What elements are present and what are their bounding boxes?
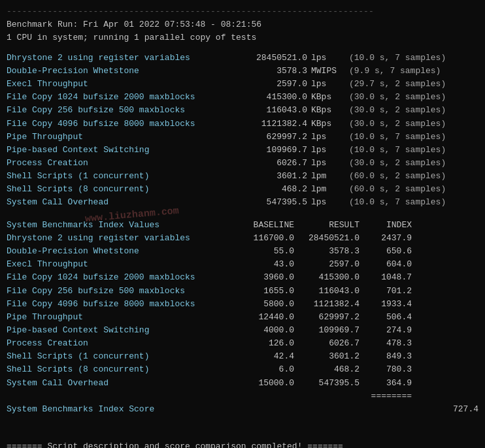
index-row-result: 6026.7 bbox=[294, 337, 360, 350]
index-row: File Copy 4096 bufsize 8000 maxblocks580… bbox=[7, 298, 478, 311]
bench-unit: lps bbox=[307, 78, 346, 91]
bench-name: Shell Scripts (1 concurrent) bbox=[7, 170, 229, 183]
bench-value: 109969.7 bbox=[229, 144, 307, 157]
bench-unit: lps bbox=[307, 144, 346, 157]
index-row: Pipe-based Context Switching4000.0109969… bbox=[7, 324, 478, 337]
benchmark-row: Process Creation6026.7lps(30.0 s, 2 samp… bbox=[7, 157, 478, 170]
bench-unit: lps bbox=[307, 131, 346, 144]
index-row: Shell Scripts (1 concurrent)42.43601.284… bbox=[7, 350, 478, 363]
benchmark-row: System Call Overhead547395.5lps(10.0 s, … bbox=[7, 196, 478, 209]
bench-name: Pipe-based Context Switching bbox=[7, 144, 229, 157]
index-row-baseline: 5800.0 bbox=[229, 298, 294, 311]
index-row-baseline: 12440.0 bbox=[229, 311, 294, 324]
index-row-result: 109969.7 bbox=[294, 324, 360, 337]
bench-name: Shell Scripts (8 concurrent) bbox=[7, 183, 229, 196]
score-row: System Benchmarks Index Score 727.4 bbox=[7, 403, 478, 416]
benchmark-row: Pipe-based Context Switching109969.7lps(… bbox=[7, 144, 478, 157]
bench-info: (60.0 s, 2 samples) bbox=[346, 170, 446, 183]
bench-unit: KBps bbox=[307, 118, 346, 131]
benchmark-row: Shell Scripts (1 concurrent)3601.2lpm(60… bbox=[7, 170, 478, 183]
index-header-row: System Benchmarks Index Values BASELINE … bbox=[7, 219, 478, 232]
bench-info: (9.9 s, 7 samples) bbox=[346, 65, 441, 78]
bench-info: (10.0 s, 7 samples) bbox=[346, 144, 446, 157]
index-row-name: Double-Precision Whetstone bbox=[7, 245, 229, 258]
benchmark-list: Dhrystone 2 using register variables2845… bbox=[7, 52, 478, 210]
bench-name: File Copy 256 bufsize 500 maxblocks bbox=[7, 104, 229, 117]
bench-info: (30.0 s, 2 samples) bbox=[346, 157, 446, 170]
terminal-output: www.liuzhanm.com -----------------------… bbox=[7, 5, 478, 448]
bench-value: 468.2 bbox=[229, 183, 307, 196]
index-row: System Call Overhead15000.0547395.5364.9 bbox=[7, 377, 478, 390]
index-row-index: 506.4 bbox=[360, 311, 412, 324]
index-row-name: File Copy 256 bufsize 500 maxblocks bbox=[7, 285, 229, 298]
benchmark-row: File Copy 4096 bufsize 8000 maxblocks112… bbox=[7, 118, 478, 131]
index-row-baseline: 4000.0 bbox=[229, 324, 294, 337]
index-row-baseline: 55.0 bbox=[229, 245, 294, 258]
bench-unit: lpm bbox=[307, 170, 346, 183]
index-row-index: 604.0 bbox=[360, 258, 412, 271]
index-row-result: 2597.0 bbox=[294, 258, 360, 271]
bench-unit: MWIPS bbox=[307, 65, 346, 78]
benchmark-row: File Copy 1024 bufsize 2000 maxblocks415… bbox=[7, 91, 478, 104]
index-row-result: 3578.3 bbox=[294, 245, 360, 258]
score-value: 727.4 bbox=[426, 403, 478, 416]
bench-name: File Copy 4096 bufsize 8000 maxblocks bbox=[7, 118, 229, 131]
index-row-name: Pipe-based Context Switching bbox=[7, 324, 229, 337]
index-row-baseline: 42.4 bbox=[229, 350, 294, 363]
index-row-index: 2437.9 bbox=[360, 232, 412, 245]
benchmark-row: Shell Scripts (8 concurrent)468.2lpm(60.… bbox=[7, 183, 478, 196]
index-row-baseline: 116700.0 bbox=[229, 232, 294, 245]
bench-name: Process Creation bbox=[7, 157, 229, 170]
index-row-result: 547395.5 bbox=[294, 377, 360, 390]
top-separator: ----------------------------------------… bbox=[7, 5, 478, 18]
benchmark-row: File Copy 256 bufsize 500 maxblocks11604… bbox=[7, 104, 478, 117]
index-row: File Copy 1024 bufsize 2000 maxblocks396… bbox=[7, 271, 478, 284]
index-row-result: 415300.0 bbox=[294, 271, 360, 284]
bench-value: 547395.5 bbox=[229, 196, 307, 209]
index-row-index: 274.9 bbox=[360, 324, 412, 337]
header-line1: Benchmark Run: Fri Apr 01 2022 07:53:48 … bbox=[7, 18, 478, 31]
index-row-baseline: 43.0 bbox=[229, 258, 294, 271]
index-row-index: 1048.7 bbox=[360, 271, 412, 284]
bench-value: 116043.0 bbox=[229, 104, 307, 117]
equals-line: ======== bbox=[7, 390, 412, 403]
bench-unit: lps bbox=[307, 157, 346, 170]
index-row-name: File Copy 1024 bufsize 2000 maxblocks bbox=[7, 271, 229, 284]
bench-name: Dhrystone 2 using register variables bbox=[7, 52, 229, 65]
bench-value: 629997.2 bbox=[229, 131, 307, 144]
index-row-result: 28450521.0 bbox=[294, 232, 360, 245]
index-row-baseline: 1655.0 bbox=[229, 285, 294, 298]
index-row-name: File Copy 4096 bufsize 8000 maxblocks bbox=[7, 298, 229, 311]
bench-value: 28450521.0 bbox=[229, 52, 307, 65]
bench-name: Double-Precision Whetstone bbox=[7, 65, 229, 78]
index-row-index: 364.9 bbox=[360, 377, 412, 390]
index-row-name: Process Creation bbox=[7, 337, 229, 350]
index-row: Pipe Throughput12440.0629997.2506.4 bbox=[7, 311, 478, 324]
index-row-result: 3601.2 bbox=[294, 350, 360, 363]
bench-value: 3601.2 bbox=[229, 170, 307, 183]
index-row-name: Dhrystone 2 using register variables bbox=[7, 232, 229, 245]
index-row: Shell Scripts (8 concurrent)6.0468.2780.… bbox=[7, 363, 478, 376]
score-label: System Benchmarks Index Score bbox=[7, 403, 426, 416]
bench-unit: KBps bbox=[307, 104, 346, 117]
index-header-name: System Benchmarks Index Values bbox=[7, 219, 229, 232]
bench-value: 3578.3 bbox=[229, 65, 307, 78]
bench-value: 1121382.4 bbox=[229, 118, 307, 131]
index-row-name: Execl Throughput bbox=[7, 258, 229, 271]
index-row-index: 478.3 bbox=[360, 337, 412, 350]
bench-unit: KBps bbox=[307, 91, 346, 104]
bench-info: (60.0 s, 2 samples) bbox=[346, 183, 446, 196]
index-row-index: 701.2 bbox=[360, 285, 412, 298]
index-row-name: System Call Overhead bbox=[7, 377, 229, 390]
bench-name: File Copy 1024 bufsize 2000 maxblocks bbox=[7, 91, 229, 104]
bench-info: (30.0 s, 2 samples) bbox=[346, 91, 446, 104]
index-row: Process Creation126.06026.7478.3 bbox=[7, 337, 478, 350]
header-line2: 1 CPU in system; running 1 parallel copy… bbox=[7, 31, 478, 44]
index-row-name: Pipe Throughput bbox=[7, 311, 229, 324]
bench-unit: lpm bbox=[307, 183, 346, 196]
bench-info: (10.0 s, 7 samples) bbox=[346, 131, 446, 144]
index-row: Execl Throughput43.02597.0604.0 bbox=[7, 258, 478, 271]
index-row-index: 849.3 bbox=[360, 350, 412, 363]
index-row-result: 1121382.4 bbox=[294, 298, 360, 311]
index-row: Double-Precision Whetstone55.03578.3650.… bbox=[7, 245, 478, 258]
